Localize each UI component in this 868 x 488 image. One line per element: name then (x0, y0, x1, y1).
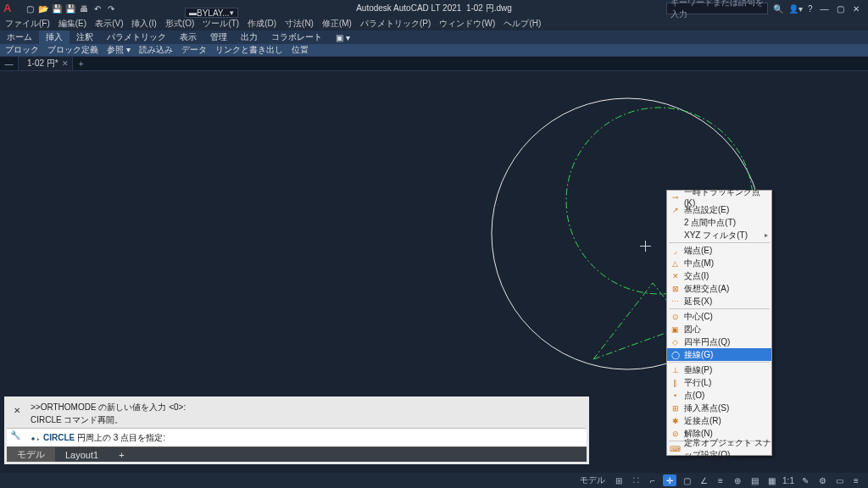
tab-collaborate[interactable]: コラボレート (264, 30, 329, 44)
menu-modify[interactable]: 修正(M) (322, 18, 352, 30)
ctx-quadrant[interactable]: ◇四半円点(Q) (667, 336, 771, 348)
ctx-mid2[interactable]: 2 点間中点(T) (667, 216, 771, 229)
status-model[interactable]: モデル (576, 474, 609, 486)
tab-home[interactable]: ホーム (0, 30, 39, 44)
ctx-perp[interactable]: ⊥垂線(P) (667, 363, 771, 376)
qat-saveas-icon[interactable]: 💾 (64, 3, 76, 14)
search-icon[interactable]: 🔍 (773, 4, 783, 14)
qat-open-icon[interactable]: 📂 (37, 3, 49, 14)
status-lwt-icon[interactable]: ≡ (714, 474, 727, 486)
ctx-parallel[interactable]: ∥平行(L) (667, 376, 771, 389)
ctx-insert[interactable]: ⊞挿入基点(S) (667, 402, 771, 414)
close-button[interactable]: ✕ (849, 4, 863, 14)
layout-add[interactable]: + (108, 447, 134, 462)
search-input[interactable]: キーワードまたは語句を入力 (666, 3, 768, 14)
command-window[interactable]: ✕ >>ORTHOMODE の新しい値を入力 <0>: CIRCLE コマンド再… (4, 396, 589, 464)
qat-save-icon[interactable]: 💾 (51, 3, 63, 14)
new-tab-button[interactable]: + (73, 57, 90, 70)
center-icon: ⊙ (670, 311, 681, 322)
panel-import[interactable]: 読み込み (139, 44, 173, 56)
layer-name: BYLAY... (197, 8, 230, 18)
tab-view[interactable]: 表示 (173, 30, 203, 44)
menu-dimension[interactable]: 寸法(N) (285, 18, 314, 30)
start-tab[interactable]: — (0, 57, 19, 70)
tab-output[interactable]: 出力 (234, 30, 264, 44)
panel-data[interactable]: データ (181, 44, 207, 56)
tab-annotate[interactable]: 注釈 (70, 30, 100, 44)
tab-parametric[interactable]: パラメトリック (100, 30, 173, 44)
panel-link[interactable]: リンクと書き出し (215, 44, 283, 56)
menu-file[interactable]: ファイル(F) (5, 18, 50, 30)
status-sc-icon[interactable]: ▦ (765, 474, 778, 486)
status-clean-icon[interactable]: ▭ (832, 474, 846, 486)
layout-layout1[interactable]: Layout1 (55, 447, 108, 462)
from-icon: ↗ (670, 204, 681, 215)
centroid-icon: ▣ (670, 324, 681, 335)
menu-window[interactable]: ウィンドウ(W) (439, 18, 495, 30)
ctx-intersection[interactable]: ✕交点(I) (667, 269, 771, 282)
quick-access-toolbar: ▢ 📂 💾 💾 🖶 ↶ ↷ (24, 3, 117, 14)
status-dyn-icon[interactable]: ⊕ (731, 474, 744, 486)
qat-plot-icon[interactable]: 🖶 (78, 3, 90, 14)
menu-parametric[interactable]: パラメトリック(P) (360, 18, 431, 30)
layout-model[interactable]: モデル (7, 447, 55, 462)
minimize-button[interactable]: — (817, 4, 831, 14)
ctx-osnap-settings[interactable]: ⌨定常オブジェクト スナップ設定(Q)... (667, 442, 771, 455)
ctx-extension[interactable]: ⋯延長(X) (667, 295, 771, 308)
command-input[interactable]: 🔧 ⬥▸CIRCLE 円周上の 3 点目を指定: (7, 428, 587, 446)
ctx-xyz[interactable]: XYZ フィルタ(T)▸ (667, 229, 771, 241)
status-anno-icon[interactable]: ✎ (798, 474, 812, 486)
menu-format[interactable]: 形式(O) (165, 18, 194, 30)
panel-block[interactable]: ブロック (5, 44, 39, 56)
status-units-icon[interactable]: 1:1 (782, 474, 795, 486)
tab-manage[interactable]: 管理 (203, 30, 234, 44)
status-menu-icon[interactable]: ≡ (849, 474, 863, 486)
close-tab-icon[interactable]: ✕ (62, 59, 69, 68)
status-ws-icon[interactable]: ⚙ (815, 474, 829, 486)
tab-insert[interactable]: 挿入 (39, 30, 70, 44)
status-ortho-icon[interactable]: ⌐ (646, 474, 659, 486)
menu-insert[interactable]: 挿入(I) (131, 18, 156, 30)
signin-icon[interactable]: 👤▾ (788, 4, 803, 14)
ctx-endpoint[interactable]: ◞端点(E) (667, 244, 771, 257)
status-otrack-icon[interactable]: ∠ (697, 474, 710, 486)
apparent-icon: ⊠ (670, 283, 681, 294)
nearest-icon: ✱ (670, 415, 681, 426)
menu-help[interactable]: ヘルプ(H) (504, 18, 541, 30)
ctx-centroid[interactable]: ▣図心 (667, 323, 771, 336)
ctx-midpoint[interactable]: △中点(M) (667, 257, 771, 269)
document-tab[interactable]: 1-02 円*✕ (19, 57, 73, 70)
help-icon[interactable]: ? (808, 4, 813, 14)
status-osnap-icon[interactable]: ▢ (680, 474, 693, 486)
qat-new-icon[interactable]: ▢ (24, 3, 36, 14)
ctx-from[interactable]: ↗基点設定(E) (667, 203, 771, 216)
ctx-nearest[interactable]: ✱近接点(R) (667, 414, 771, 427)
ctx-tangent[interactable]: ◯接線(G) (667, 348, 771, 361)
qat-redo-icon[interactable]: ↷ (105, 3, 117, 14)
drawing-canvas[interactable]: ⊸一時トラッキング点(K) ↗基点設定(E) 2 点間中点(T) XYZ フィル… (0, 71, 868, 473)
ctx-node[interactable]: •点(O) (667, 389, 771, 402)
menu-tools[interactable]: ツール(T) (203, 18, 239, 30)
status-polar-icon[interactable]: ✛ (663, 474, 676, 486)
ctx-temp-track[interactable]: ⊸一時トラッキング点(K) (667, 191, 771, 203)
ctx-center[interactable]: ⊙中心(C) (667, 310, 771, 323)
quadrant-icon: ◇ (670, 336, 681, 347)
customize-icon[interactable]: 🔧 (10, 430, 20, 440)
tab-extra[interactable]: ▣ ▾ (329, 30, 357, 44)
status-bar: モデル ⊞ ⸬ ⌐ ✛ ▢ ∠ ≡ ⊕ ▤ ▦ 1:1 ✎ ⚙ ▭ ≡ (0, 473, 868, 488)
menu-view[interactable]: 表示(V) (95, 18, 123, 30)
layer-dropdown[interactable]: ▬ BYLAY... ▾ (185, 8, 238, 18)
menu-edit[interactable]: 編集(E) (58, 18, 86, 30)
panel-ref[interactable]: 参照 ▾ (107, 44, 131, 56)
perp-icon: ⊥ (670, 364, 681, 375)
status-qp-icon[interactable]: ▤ (748, 474, 761, 486)
menu-draw[interactable]: 作成(D) (248, 18, 276, 30)
panel-blockdef[interactable]: ブロック定義 (47, 44, 98, 56)
close-history-icon[interactable]: ✕ (10, 404, 24, 417)
status-snap-icon[interactable]: ⸬ (629, 474, 643, 486)
maximize-button[interactable]: ▢ (833, 4, 847, 14)
qat-undo-icon[interactable]: ↶ (92, 3, 103, 14)
ctx-apparent[interactable]: ⊠仮想交点(A) (667, 282, 771, 295)
status-grid-icon[interactable]: ⊞ (612, 474, 626, 486)
panel-location[interactable]: 位置 (292, 44, 309, 56)
